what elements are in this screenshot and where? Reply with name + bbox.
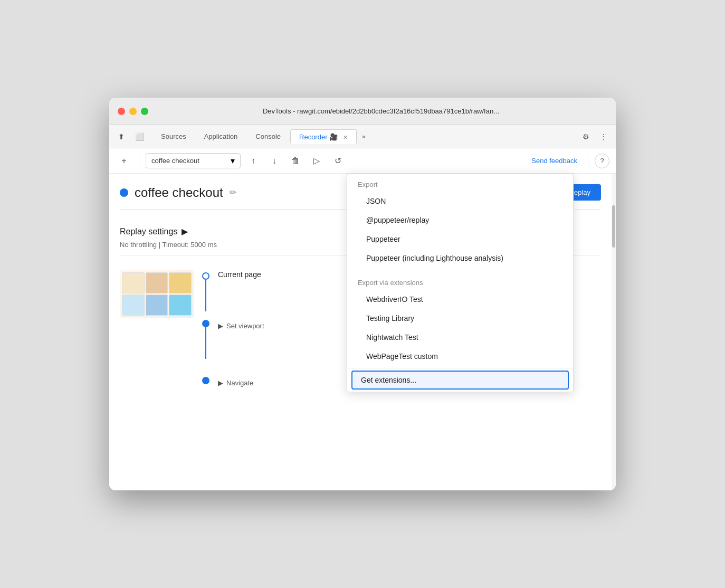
settings-icon[interactable]: ⚙ [578,129,594,144]
scrollbar-thumb[interactable] [612,205,615,248]
chevron-down-icon: ▾ [231,156,235,166]
main-content: coffee checkout ✏ Replay Replay settings… [109,174,616,490]
dropdown-item-nightwatch[interactable]: Nightwatch Test [347,328,573,347]
expand-arrow-icon: ▶ [218,322,223,330]
expand-icon: ▶ [182,226,188,236]
dropdown-item-testing-library[interactable]: Testing Library [347,309,573,328]
scrollbar[interactable] [612,174,616,490]
dropdown-item-puppeteer-lighthouse[interactable]: Puppeteer (including Lighthouse analysis… [347,249,573,268]
tab-more-icon[interactable]: » [358,130,370,143]
send-feedback-button[interactable]: Send feedback [527,155,581,167]
edit-icon[interactable]: ✏ [230,187,236,197]
timeline-node-3 [202,377,209,384]
export-dropdown: Export JSON @puppeteer/replay Puppeteer … [347,174,574,392]
add-recording-button[interactable]: + [116,153,132,169]
export-section-label: Export [347,174,573,192]
timeline-node-2 [202,320,209,327]
replay-step-button[interactable]: ▷ [308,153,325,169]
help-button[interactable]: ? [595,154,609,168]
recording-indicator [120,188,128,197]
inspect-icon[interactable]: ⬜ [131,129,147,144]
devtools-window: DevTools - rawgit.com/ebidel/2d2bb0cdec3… [109,98,616,490]
dropdown-item-puppeteer-replay[interactable]: @puppeteer/replay [347,211,573,230]
recording-selector[interactable]: coffee checkout ▾ [146,153,241,168]
dropdown-item-puppeteer[interactable]: Puppeteer [347,230,573,249]
tab-application[interactable]: Application [196,129,246,144]
toolbar-divider-1 [139,155,139,167]
timeline-node [202,272,209,280]
tab-console[interactable]: Console [247,129,289,144]
dropdown-item-webdriverio[interactable]: WebdriverIO Test [347,290,573,309]
dropdown-divider [347,270,573,270]
maximize-button[interactable] [141,108,148,115]
replay-settings-label: Replay settings [120,227,177,236]
title-bar: DevTools - rawgit.com/ebidel/2d2bb0cdec3… [109,98,616,125]
dropdown-item-webpagetest[interactable]: WebPageTest custom [347,347,573,366]
more-options-icon[interactable]: ⋮ [596,129,612,144]
step-timeline-2 [202,320,209,359]
window-title: DevTools - rawgit.com/ebidel/2d2bb0cdec3… [155,107,607,115]
close-button[interactable] [118,108,125,115]
timeline-connector-2 [205,327,206,359]
recording-name-display: coffee checkout [151,157,226,165]
thumbnail-image [120,270,194,318]
toolbar: + coffee checkout ▾ ↑ ↓ 🗑 ▷ ↺ Send feedb… [109,148,616,174]
traffic-lights [118,108,148,115]
dropdown-divider-2 [347,368,573,368]
step-timeline-1 [202,270,209,311]
via-extensions-label: Export via extensions [347,272,573,290]
cursor-icon[interactable]: ⬆ [113,129,129,144]
tab-close-icon[interactable]: ✕ [343,134,348,140]
timeline-connector [205,280,206,311]
get-extensions-button[interactable]: Get extensions... [351,371,569,390]
toolbar-divider-2 [588,155,588,167]
minimize-button[interactable] [129,108,137,115]
export-button[interactable]: ↑ [245,153,262,169]
tab-sources[interactable]: Sources [152,129,195,144]
delete-button[interactable]: 🗑 [287,153,304,169]
step-thumbnail [120,270,194,318]
slow-replay-button[interactable]: ↺ [329,153,346,169]
expand-arrow-icon-3: ▶ [218,379,223,387]
settings-controls: ⚙ ⋮ [578,129,612,144]
tab-bar: ⬆ ⬜ Sources Application Console Recorder… [109,125,616,148]
step-timeline-3 [202,377,209,384]
tab-recorder[interactable]: Recorder 🎥 ✕ [290,129,357,144]
import-button[interactable]: ↓ [266,153,283,169]
recording-title: coffee checkout [135,185,223,200]
dropdown-item-json[interactable]: JSON [347,192,573,211]
nav-controls: ⬆ ⬜ [113,129,147,144]
